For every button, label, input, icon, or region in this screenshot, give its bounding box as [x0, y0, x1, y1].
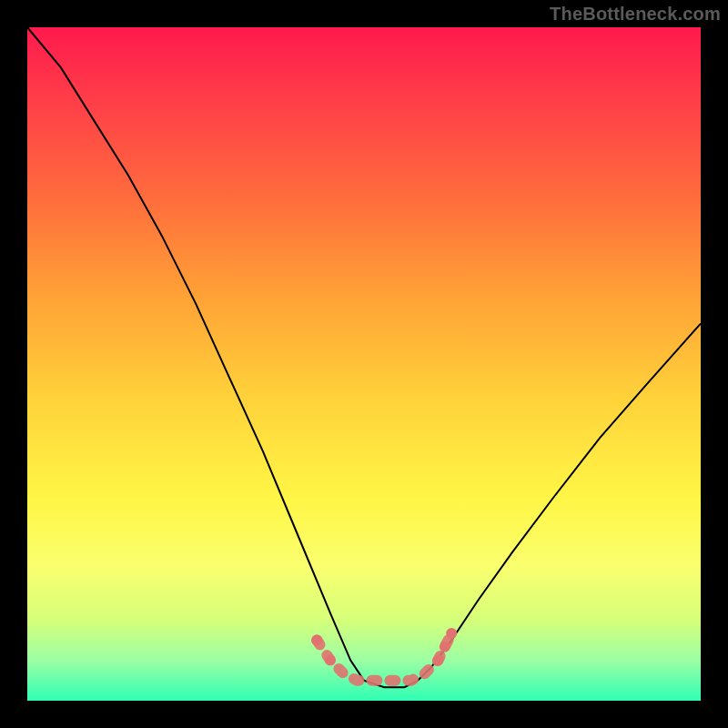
marker-dot	[311, 634, 322, 645]
watermark-text: TheBottleneck.com	[550, 4, 721, 25]
marker-band-path	[317, 633, 451, 681]
marker-dot	[432, 655, 443, 666]
marker-dot	[325, 655, 336, 666]
marker-band	[311, 628, 457, 681]
chart-frame: TheBottleneck.com	[0, 0, 728, 728]
chart-svg	[27, 27, 701, 701]
curve-path	[27, 27, 701, 687]
plot-area	[27, 27, 701, 701]
marker-dot	[446, 628, 457, 639]
bottleneck-curve	[27, 27, 701, 687]
marker-dot	[440, 642, 450, 652]
